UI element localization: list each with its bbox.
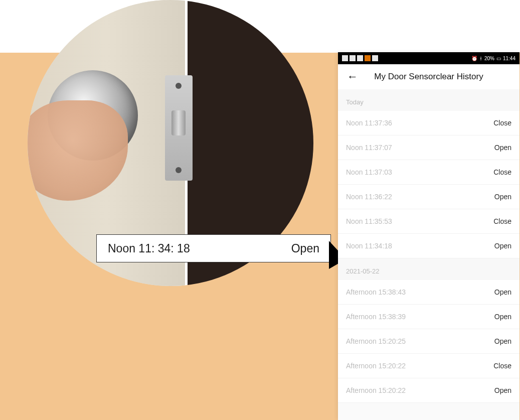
phone-frame: ⏰ ᚼ 20% ▭ 11:44 ← My Door Sensorclear Hi…	[338, 52, 519, 420]
history-row[interactable]: Afternoon 15:20:22Open	[338, 378, 519, 403]
row-status: Close	[493, 119, 511, 127]
signal-icon	[350, 55, 356, 61]
notif-icon	[342, 55, 348, 61]
row-time: Noon 11:36:22	[346, 193, 392, 201]
row-time: Afternoon 15:38:39	[346, 313, 406, 321]
row-status: Open	[494, 337, 511, 345]
wifi-icon	[357, 55, 363, 61]
row-status: Open	[494, 313, 511, 321]
row-status: Open	[494, 144, 511, 152]
row-status: Open	[494, 193, 511, 201]
history-row[interactable]: Afternoon 15:20:25Open	[338, 329, 519, 354]
app-header: ← My Door Sensorclear History	[338, 64, 519, 89]
app-notif-icon	[365, 55, 371, 61]
row-status: Open	[494, 386, 511, 394]
row-time: Noon 11:37:36	[346, 119, 392, 127]
history-row[interactable]: Noon 11:34:18Open	[338, 234, 519, 258]
row-time: Noon 11:37:03	[346, 168, 392, 176]
row-status: Open	[494, 288, 511, 296]
history-row[interactable]: Afternoon 15:38:39Open	[338, 305, 519, 329]
history-row[interactable]: Noon 11:37:36Close	[338, 111, 519, 135]
android-status-bar: ⏰ ᚼ 20% ▭ 11:44	[338, 52, 519, 64]
row-time: Afternoon 15:20:25	[346, 337, 406, 345]
page-title: My Door Sensor	[374, 72, 436, 81]
history-row[interactable]: Noon 11:37:07Open	[338, 135, 519, 160]
battery-percent: 20%	[484, 56, 494, 61]
clear-history-button[interactable]: clear History	[436, 72, 483, 81]
history-row[interactable]: Noon 11:36:22Open	[338, 185, 519, 209]
row-status: Close	[493, 168, 511, 176]
row-time: Afternoon 15:38:43	[346, 288, 406, 296]
history-row[interactable]: Afternoon 15:20:22Close	[338, 354, 519, 378]
row-status: Close	[493, 362, 511, 370]
row-time: Noon 11:34:18	[346, 242, 392, 250]
bluetooth-icon: ᚼ	[479, 56, 482, 61]
battery-icon: ▭	[496, 56, 501, 61]
status-clock: 11:44	[503, 56, 515, 61]
history-row[interactable]: Afternoon 15:38:43Open	[338, 280, 519, 305]
row-time: Afternoon 15:20:22	[346, 362, 406, 370]
row-time: Afternoon 15:20:22	[346, 386, 406, 394]
alarm-icon: ⏰	[471, 56, 477, 61]
callout-status: Open	[291, 242, 319, 255]
callout-time: Noon 11: 34: 18	[108, 242, 190, 255]
event-callout: Noon 11: 34: 18 Open	[96, 234, 331, 262]
history-row[interactable]: Noon 11:37:03Close	[338, 160, 519, 185]
notif2-icon	[372, 55, 378, 61]
row-status: Close	[493, 217, 511, 225]
row-time: Noon 11:37:07	[346, 144, 392, 152]
row-time: Noon 11:35:53	[346, 217, 392, 225]
back-button[interactable]: ←	[343, 68, 362, 85]
history-row[interactable]: Noon 11:35:53Close	[338, 209, 519, 234]
section-label: 2021-05-22	[338, 258, 519, 280]
section-label: Today	[338, 89, 519, 111]
history-list[interactable]: TodayNoon 11:37:36CloseNoon 11:37:07Open…	[338, 89, 519, 420]
row-status: Open	[494, 242, 511, 250]
